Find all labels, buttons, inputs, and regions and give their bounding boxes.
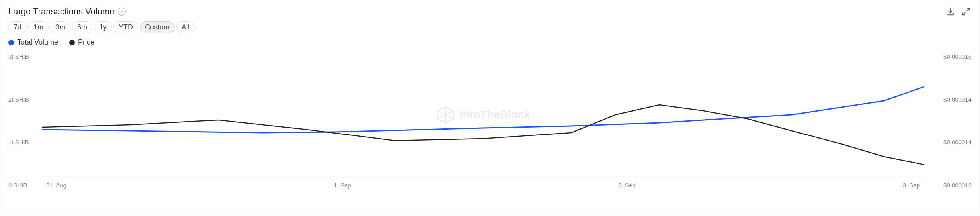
y-left-3: 3t SHIB	[8, 53, 40, 60]
svg-line-1	[967, 8, 969, 11]
x-label-31aug: 31. Aug	[46, 182, 66, 189]
y-axis-left: 3t SHIB 2t SHIB 1t SHIB 0 SHIB	[8, 53, 40, 189]
header-row: Large Transactions Volume ?	[8, 6, 972, 17]
chart-title: Large Transactions Volume	[8, 6, 115, 17]
time-filters: 7d 1m 3m 6m 1y YTD Custom All	[8, 21, 972, 33]
price-line	[42, 105, 924, 165]
legend-price-label: Price	[78, 38, 94, 47]
header-actions	[945, 6, 972, 17]
download-icon[interactable]	[945, 6, 956, 17]
filter-1m[interactable]: 1m	[28, 21, 49, 33]
legend-total-volume-label: Total Volume	[17, 38, 58, 47]
legend-total-volume: Total Volume	[8, 38, 58, 47]
chart-lines	[42, 53, 924, 177]
filter-6m[interactable]: 6m	[72, 21, 92, 33]
y-left-2: 2t SHIB	[8, 96, 40, 103]
y-left-0: 0 SHIB	[8, 182, 40, 189]
x-label-3sep: 3. Sep	[903, 182, 920, 189]
legend-dot-blue	[8, 40, 14, 45]
y-right-2: $0.000014	[928, 96, 972, 103]
chart-container: Large Transactions Volume ?	[0, 0, 980, 216]
chart-svg: IntoTheBlock	[42, 53, 924, 177]
filter-ytd[interactable]: YTD	[113, 21, 138, 33]
x-label-1sep: 1. Sep	[334, 182, 351, 189]
y-axis-right: $0.000015 $0.000014 $0.000014 $0.000013	[928, 53, 972, 189]
x-axis-labels: 31. Aug 1. Sep 2. Sep 3. Sep	[42, 182, 924, 189]
legend-dot-dark	[69, 40, 75, 45]
y-right-bottom: $0.000013	[928, 182, 972, 189]
help-icon[interactable]: ?	[118, 8, 126, 16]
y-left-1: 1t SHIB	[8, 139, 40, 145]
filter-all[interactable]: All	[176, 21, 195, 33]
x-label-2sep: 2. Sep	[618, 182, 635, 189]
total-volume-line	[42, 87, 924, 133]
filter-custom[interactable]: Custom	[140, 21, 175, 33]
y-right-top: $0.000015	[928, 53, 972, 60]
filter-1y[interactable]: 1y	[94, 21, 112, 33]
legend-price: Price	[69, 38, 94, 47]
y-right-3: $0.000014	[928, 139, 972, 145]
chart-area: 3t SHIB 2t SHIB 1t SHIB 0 SHIB $0.000015…	[8, 53, 972, 189]
svg-line-2	[963, 12, 965, 15]
filter-3m[interactable]: 3m	[50, 21, 70, 33]
filter-7d[interactable]: 7d	[8, 21, 27, 33]
legend: Total Volume Price	[8, 38, 972, 47]
expand-icon[interactable]	[960, 6, 972, 17]
title-area: Large Transactions Volume ?	[8, 6, 126, 17]
